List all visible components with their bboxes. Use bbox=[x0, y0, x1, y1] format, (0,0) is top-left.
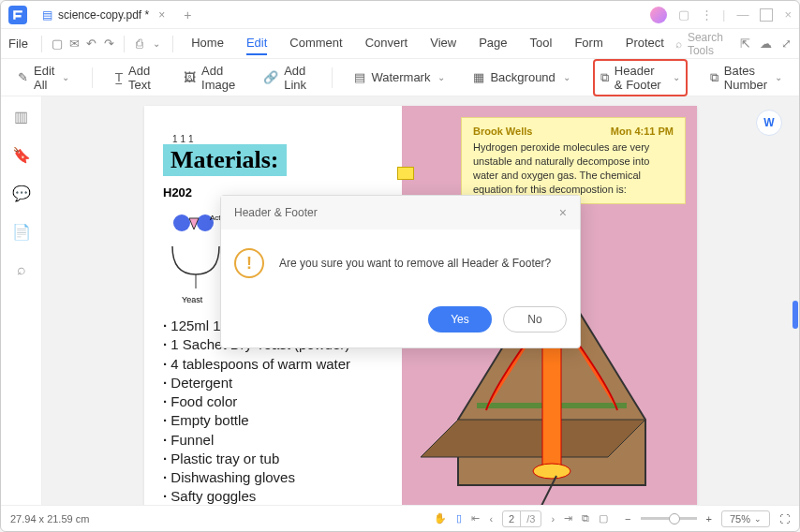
tab-edit[interactable]: Edit bbox=[246, 32, 267, 55]
prev-page-icon[interactable]: ‹ bbox=[489, 513, 493, 525]
bates-icon: ⧉ bbox=[710, 70, 719, 85]
redo-icon[interactable]: ↷ bbox=[103, 33, 114, 55]
select-tool-icon[interactable]: ▯ bbox=[456, 512, 462, 525]
attachments-icon[interactable]: 📄 bbox=[12, 223, 31, 241]
search-icon: ⌕ bbox=[675, 37, 682, 51]
tab-view[interactable]: View bbox=[430, 32, 456, 55]
fit-width-icon[interactable]: ⧉ bbox=[582, 512, 589, 525]
add-tab-icon[interactable]: + bbox=[184, 7, 191, 22]
more-icon[interactable]: ⋮ bbox=[701, 7, 711, 22]
watermark-button[interactable]: ▤ Watermark ⌄ bbox=[348, 66, 451, 88]
list-item: Plastic tray or tub bbox=[163, 450, 383, 468]
maximize-icon[interactable] bbox=[760, 8, 773, 22]
comments-icon[interactable]: 💬 bbox=[12, 185, 31, 202]
fullscreen-icon[interactable]: ⛶ bbox=[779, 513, 790, 525]
pdf-icon: ▤ bbox=[42, 8, 52, 22]
yes-button[interactable]: Yes bbox=[428, 306, 492, 332]
comment-time: Mon 4:11 PM bbox=[611, 126, 674, 137]
background-button[interactable]: ▦ Background ⌄ bbox=[467, 66, 575, 88]
tab-tool[interactable]: Tool bbox=[530, 32, 553, 55]
bookmarks-icon[interactable]: 🔖 bbox=[12, 146, 31, 164]
svg-point-0 bbox=[173, 214, 190, 231]
chevron-down-icon: ⌄ bbox=[775, 72, 782, 82]
sticky-note-icon[interactable] bbox=[397, 167, 414, 180]
expand-icon[interactable]: ⤢ bbox=[781, 37, 792, 51]
no-button[interactable]: No bbox=[503, 306, 567, 332]
list-item: Safty goggles bbox=[163, 487, 383, 505]
list-item: Funnel bbox=[163, 431, 383, 450]
scrollbar[interactable] bbox=[793, 301, 798, 329]
zoom-out-icon[interactable]: − bbox=[625, 513, 630, 525]
mail-icon[interactable]: ✉ bbox=[68, 33, 80, 55]
tab-page[interactable]: Page bbox=[479, 32, 507, 55]
materials-heading: Materials: bbox=[163, 144, 287, 176]
tab-convert[interactable]: Convert bbox=[365, 32, 408, 55]
tab-comment[interactable]: Comment bbox=[289, 32, 342, 55]
print-icon[interactable]: ⎙ bbox=[134, 33, 145, 55]
zoom-slider[interactable] bbox=[641, 517, 697, 520]
list-item: 4 tablespoons of warm water bbox=[163, 355, 383, 374]
watermark-icon: ▤ bbox=[354, 70, 365, 84]
header-footer-button[interactable]: ⧉ Header & Footer ⌄ bbox=[593, 59, 688, 96]
search-placeholder: Search Tools bbox=[688, 31, 723, 57]
search-tools[interactable]: ⌕ Search Tools bbox=[675, 31, 723, 57]
pencil-icon: ✎ bbox=[18, 70, 28, 84]
statusbar: 27.94 x 21.59 cm ✋ ▯ ⇤ ‹ 2 /3 › ⇥ ⧉ ▢ − … bbox=[1, 505, 799, 531]
next-page-icon[interactable]: › bbox=[551, 513, 555, 525]
dialog-message: Are you sure you want to remove all Head… bbox=[279, 257, 551, 270]
undo-icon[interactable]: ↶ bbox=[85, 33, 96, 55]
edit-all-button[interactable]: ✎ Edit All ⌄ bbox=[12, 60, 75, 96]
print-dropdown-icon[interactable]: ⌄ bbox=[151, 33, 162, 55]
add-link-button[interactable]: 🔗 Add Link bbox=[258, 60, 315, 96]
notification-icon[interactable]: ▢ bbox=[678, 7, 689, 22]
tab-title: science-copy.pdf * bbox=[58, 8, 149, 22]
zoom-in-icon[interactable]: + bbox=[706, 513, 712, 525]
svg-text:Yeast: Yeast bbox=[182, 295, 203, 304]
theme-icon[interactable] bbox=[650, 7, 667, 23]
list-item: Detergent bbox=[163, 374, 383, 392]
last-page-icon[interactable]: ⇥ bbox=[564, 512, 572, 525]
list-item: Empty bottle bbox=[163, 411, 383, 430]
share-icon[interactable]: ⇱ bbox=[740, 37, 750, 51]
chevron-down-icon: ⌄ bbox=[62, 72, 69, 82]
minimize-icon[interactable]: — bbox=[736, 7, 748, 22]
warning-icon: ! bbox=[234, 248, 264, 278]
list-item: Food color bbox=[163, 392, 383, 411]
comment-popup[interactable]: Brook Wells Mon 4:11 PM Hydrogen peroxid… bbox=[461, 117, 686, 204]
tab-form[interactable]: Form bbox=[574, 32, 602, 55]
bates-number-button[interactable]: ⧉ Bates Number ⌄ bbox=[704, 60, 788, 96]
list-item: Dishwashing gloves bbox=[163, 468, 383, 487]
word-export-badge[interactable]: W bbox=[756, 110, 782, 136]
menubar: File ▢ ✉ ↶ ↷ ⎙ ⌄ Home Edit Comment Conve… bbox=[1, 29, 799, 59]
thumbnails-icon[interactable]: ▥ bbox=[14, 108, 28, 126]
file-menu[interactable]: File bbox=[8, 37, 28, 51]
dialog-close-icon[interactable]: × bbox=[559, 205, 567, 220]
add-image-button[interactable]: 🖼 Add Image bbox=[178, 60, 241, 96]
fit-page-icon[interactable]: ▢ bbox=[599, 512, 608, 525]
hand-tool-icon[interactable]: ✋ bbox=[434, 512, 447, 525]
chevron-down-icon: ⌄ bbox=[437, 72, 445, 82]
chevron-down-icon: ⌄ bbox=[673, 72, 680, 82]
first-page-icon[interactable]: ⇤ bbox=[471, 512, 480, 525]
text-icon: T̲ bbox=[115, 70, 123, 84]
app-icon bbox=[8, 6, 27, 24]
zoom-select[interactable]: 75% ⌄ bbox=[721, 510, 770, 527]
header-footer-icon: ⧉ bbox=[600, 70, 609, 85]
chevron-down-icon: ⌄ bbox=[563, 72, 570, 82]
background-icon: ▦ bbox=[473, 70, 484, 84]
document-tab[interactable]: ▤ science-copy.pdf * × bbox=[35, 8, 172, 22]
save-icon[interactable]: ▢ bbox=[51, 33, 62, 55]
add-text-button[interactable]: T̲ Add Text bbox=[110, 60, 161, 96]
page-input[interactable]: 2 /3 bbox=[502, 510, 541, 527]
tab-home[interactable]: Home bbox=[191, 32, 224, 55]
tab-protect[interactable]: Protect bbox=[626, 32, 664, 55]
cloud-icon[interactable]: ☁ bbox=[760, 37, 772, 51]
link-icon: 🔗 bbox=[263, 70, 278, 84]
titlebar: ▤ science-copy.pdf * × + ▢ ⋮ | — × bbox=[1, 1, 799, 29]
comment-body: Hydrogen peroxide molecules are very uns… bbox=[473, 140, 674, 196]
chevron-down-icon: ⌄ bbox=[754, 514, 762, 524]
close-window-icon[interactable]: × bbox=[784, 7, 792, 22]
close-tab-icon[interactable]: × bbox=[158, 8, 165, 22]
dialog-title: Header & Footer bbox=[234, 206, 318, 219]
search-panel-icon[interactable]: ⌕ bbox=[17, 261, 26, 278]
